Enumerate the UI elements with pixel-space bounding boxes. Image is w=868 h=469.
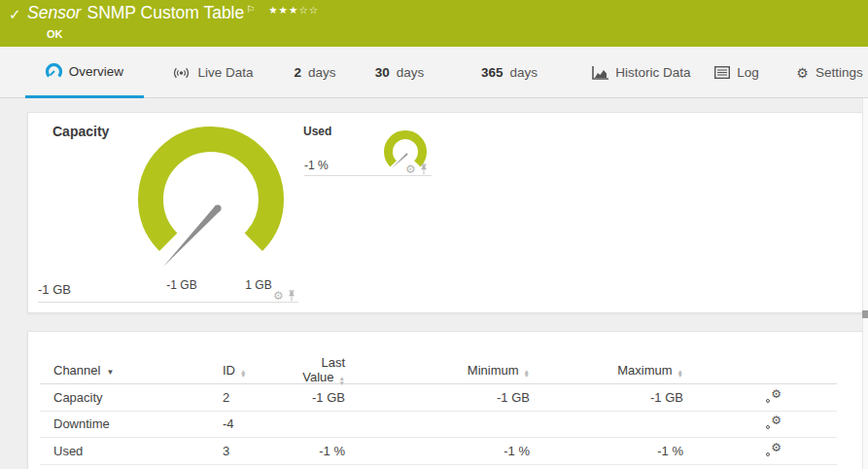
- flag-icon[interactable]: ⚐: [246, 4, 255, 15]
- cell-id: 3: [223, 444, 293, 458]
- cell-minimum: -1 %: [357, 444, 541, 458]
- sort-icon: ▲▼: [677, 370, 683, 379]
- sort-icon: ▲▼: [524, 370, 530, 379]
- cell-id: -4: [223, 416, 293, 431]
- capacity-gauge-actions: ⚙: [273, 290, 296, 302]
- channel-table-panel: Channel▼ ID▲▼ Last Value▲▼ Minimum▲▼ Max…: [27, 331, 863, 469]
- cell-last-value: -1 GB: [293, 390, 357, 405]
- tab-label: days: [308, 65, 336, 80]
- gauge-icon: [46, 63, 62, 80]
- gauges-panel: Capacity -1 GB 1 GB -1 GB ⚙ Used -1 %: [27, 112, 863, 313]
- pin-icon[interactable]: [287, 290, 296, 302]
- channel-table-header-row: Channel▼ ID▲▼ Last Value▲▼ Minimum▲▼ Max…: [40, 355, 837, 384]
- tab-label: Live Data: [197, 65, 253, 80]
- column-header-label: Channel: [53, 363, 100, 378]
- cell-channel: Capacity: [40, 390, 223, 405]
- column-header-id[interactable]: ID▲▼: [223, 363, 293, 379]
- scrollbar-thumb[interactable]: [862, 310, 868, 318]
- tab-settings[interactable]: ⚙ Settings: [791, 47, 868, 98]
- tab-log[interactable]: Log: [704, 47, 770, 98]
- scrollbar-track[interactable]: [862, 98, 868, 469]
- used-gauge-title: Used: [303, 125, 331, 138]
- tab-overview[interactable]: Overview: [25, 47, 144, 98]
- sensor-overview-page: ✓ SensorSNMP Custom Table⚐★★★☆☆ OK Overv…: [0, 0, 868, 469]
- column-header-last-value[interactable]: Last Value▲▼: [293, 355, 357, 385]
- channel-settings-icon[interactable]: ⚙: [765, 415, 781, 430]
- pin-icon[interactable]: [419, 163, 429, 175]
- gear-icon: ⚙: [796, 65, 809, 81]
- tab-number: 365: [481, 65, 503, 80]
- channel-settings-icon[interactable]: ⚙: [765, 388, 781, 404]
- tab-label: days: [510, 65, 538, 80]
- sensor-status-badge: OK: [47, 28, 63, 40]
- capacity-gauge-needle-hub: [214, 204, 221, 211]
- column-header-label: ID: [223, 363, 235, 378]
- priority-stars-filled: ★★★: [268, 4, 298, 16]
- sensor-kind-label: Sensor: [27, 3, 81, 22]
- tab-live-data[interactable]: Live Data: [154, 47, 272, 98]
- live-data-icon: [172, 66, 191, 80]
- tab-label: Historic Data: [615, 65, 690, 80]
- tab-label: Log: [737, 65, 759, 80]
- sort-desc-icon: ▼: [106, 368, 114, 377]
- tab-30-days[interactable]: 30 days: [360, 47, 439, 98]
- tab-label: Settings: [816, 65, 863, 80]
- tab-2-days[interactable]: 2 days: [280, 47, 350, 98]
- tab-label: Overview: [69, 64, 123, 79]
- tab-number: 2: [294, 65, 301, 80]
- capacity-last-value: -1 GB: [38, 282, 71, 297]
- cell-id: 2: [223, 390, 293, 405]
- gear-icon[interactable]: ⚙: [405, 164, 416, 174]
- capacity-gauge: [128, 117, 294, 282]
- channel-table: Channel▼ ID▲▼ Last Value▲▼ Minimum▲▼ Max…: [40, 355, 837, 465]
- sensor-header: ✓ SensorSNMP Custom Table⚐★★★☆☆ OK: [0, 0, 868, 47]
- tab-365-days[interactable]: 365 days: [465, 47, 554, 98]
- capacity-divider: [38, 302, 298, 303]
- cell-channel: Used: [40, 444, 223, 458]
- used-last-value: -1 %: [304, 159, 329, 172]
- sensor-name: SNMP Custom Table: [87, 3, 244, 22]
- sort-icon: ▲▼: [339, 377, 345, 385]
- cell-channel: Downtime: [40, 416, 223, 431]
- sort-icon: ▲▼: [240, 370, 246, 379]
- tab-label: days: [397, 65, 425, 80]
- tab-number: 30: [375, 65, 390, 80]
- table-row-downtime: Downtime -4 ⚙: [40, 412, 837, 439]
- cell-maximum: -1 %: [541, 444, 695, 458]
- cell-minimum: -1 GB: [357, 390, 541, 405]
- capacity-gauge-title: Capacity: [52, 124, 109, 139]
- table-row-used: Used 3 -1 % -1 % -1 % ⚙: [40, 438, 837, 465]
- table-row-capacity: Capacity 2 -1 GB -1 GB -1 GB ⚙: [40, 384, 837, 412]
- used-gauge-actions: ⚙: [405, 163, 429, 175]
- capacity-scale-min: -1 GB: [157, 278, 206, 292]
- capacity-gauge-arc: [151, 139, 271, 242]
- priority-stars[interactable]: ★★★☆☆: [268, 4, 319, 16]
- column-header-channel[interactable]: Channel▼: [40, 363, 223, 378]
- used-gauge-arc: [389, 135, 423, 164]
- status-ok-check-icon: ✓: [9, 6, 21, 23]
- priority-stars-empty: ☆☆: [298, 4, 319, 16]
- channel-settings-icon[interactable]: ⚙: [765, 442, 781, 457]
- column-header-maximum[interactable]: Maximum▲▼: [541, 363, 695, 379]
- cell-last-value: -1 %: [293, 444, 357, 458]
- historic-chart-icon: [592, 66, 608, 80]
- sensor-title: SensorSNMP Custom Table⚐★★★☆☆: [27, 3, 319, 23]
- column-header-label: Maximum: [617, 363, 672, 378]
- column-header-minimum[interactable]: Minimum▲▼: [357, 363, 541, 379]
- tab-bar: Overview Live Data 2 days 30 days 365 da…: [0, 47, 868, 98]
- gear-icon[interactable]: ⚙: [273, 291, 284, 301]
- cell-maximum: -1 GB: [541, 390, 695, 405]
- column-header-label: Minimum: [468, 363, 519, 378]
- log-icon: [714, 66, 730, 79]
- tab-historic-data[interactable]: Historic Data: [587, 47, 696, 98]
